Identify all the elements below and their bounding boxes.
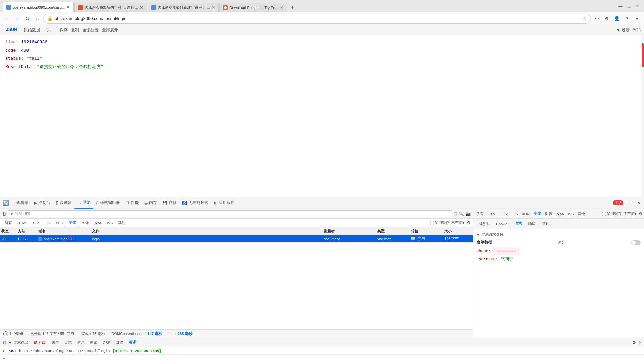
devtools-tab-accessibility[interactable]: ♿ 无障碍环境 xyxy=(179,197,211,209)
right-type-xhr[interactable]: XHR xyxy=(520,209,531,219)
network-filter-input-container[interactable]: ▼ 过滤 URL xyxy=(8,210,452,217)
network-clear-icon[interactable]: 🗑 xyxy=(2,211,6,216)
console-filter-output[interactable]: ▼ 过滤输出 xyxy=(8,340,28,345)
json-copy-button[interactable]: 复制 xyxy=(71,27,79,33)
devtools-reload-btn[interactable]: 🔄 xyxy=(1,199,10,207)
subtab-cookie[interactable]: Cookie xyxy=(493,219,511,229)
right-throttle[interactable]: 不节流▾ xyxy=(624,211,637,216)
window-maximize[interactable]: □ xyxy=(626,3,632,9)
tab-2-close[interactable]: ✕ xyxy=(140,5,143,10)
right-type-other[interactable]: 其他 xyxy=(576,209,587,219)
right-type-font[interactable]: 字体 xyxy=(532,209,543,219)
console-tab-css[interactable]: CSS xyxy=(100,338,113,347)
devtools-tab-storage[interactable]: 💾 存储 xyxy=(160,197,179,209)
window-close[interactable]: ✕ xyxy=(634,3,641,9)
reload-button[interactable]: ↻ xyxy=(23,14,32,23)
console-close-icon[interactable]: ✕ xyxy=(638,340,642,345)
json-tab-headers[interactable]: 头 xyxy=(43,26,54,34)
subtab-request[interactable]: 请求 xyxy=(511,219,525,229)
json-expand-all-button[interactable]: 全部展开 xyxy=(102,27,118,33)
right-type-image[interactable]: 图像 xyxy=(543,209,554,219)
sync-button[interactable]: ⊕ xyxy=(602,14,611,23)
json-tab-json[interactable]: JSON xyxy=(3,26,20,34)
disable-cache-checkbox[interactable]: 禁用缓存 xyxy=(430,220,449,225)
console-tab-xhr[interactable]: XHR xyxy=(113,338,126,347)
toggle-track[interactable] xyxy=(631,240,641,245)
console-row-expand[interactable]: ▶ xyxy=(3,349,5,353)
filter-type-html[interactable]: HTML xyxy=(15,220,30,226)
right-disable-cache[interactable]: 禁用缓存 xyxy=(602,211,622,216)
console-tab-debug[interactable]: 调试 xyxy=(87,338,100,347)
disable-cache-input[interactable] xyxy=(430,221,434,225)
devtools-tab-performance[interactable]: ⏱ 性能 xyxy=(123,197,142,209)
back-button[interactable]: ← xyxy=(3,14,11,23)
raw-toggle[interactable]: 原始 xyxy=(558,240,566,245)
devtools-tab-console[interactable]: ▶ 控制台 xyxy=(31,197,53,209)
filter-type-image[interactable]: 图像 xyxy=(79,220,92,226)
console-tab-info[interactable]: 信息 xyxy=(74,338,87,347)
subtab-timing[interactable]: 耗时 xyxy=(539,219,553,229)
console-tab-requests[interactable]: 请求 xyxy=(126,338,139,347)
devtools-tab-application[interactable]: ⊞ 应用程序 xyxy=(211,197,237,209)
filter-type-xhr[interactable]: XHR xyxy=(53,220,66,226)
window-minimize[interactable]: — xyxy=(616,3,624,9)
right-type-css[interactable]: CSS xyxy=(500,209,512,219)
right-type-all[interactable]: 所有 xyxy=(474,209,486,219)
home-button[interactable]: ⌂ xyxy=(33,14,42,23)
filter-type-js[interactable]: JS xyxy=(43,220,53,226)
json-save-button[interactable]: 保存 xyxy=(60,27,68,33)
network-row-0[interactable]: 200 POST obs.exam.blog809... login docum… xyxy=(0,235,473,243)
new-tab-button[interactable]: + xyxy=(288,3,298,12)
devtools-tab-style[interactable]: {} 样式编辑器 xyxy=(93,197,123,209)
right-cache-input[interactable] xyxy=(602,212,606,216)
devtools-menu-icon[interactable]: ⋯ xyxy=(631,200,635,205)
devtools-tab-debugger[interactable]: {} 调试器 xyxy=(53,197,74,209)
address-star-icon[interactable]: ☆ xyxy=(583,16,587,21)
extensions-button[interactable]: ≡ xyxy=(633,14,641,23)
tab-3-close[interactable]: ✕ xyxy=(211,5,215,10)
filter-type-ws[interactable]: WS xyxy=(104,220,116,226)
console-tab-logs[interactable]: 日志 xyxy=(62,338,74,347)
devtools-tab-network[interactable]: ↑↓ 网络 xyxy=(74,197,93,209)
throttle-dropdown[interactable]: 不节流▾ xyxy=(451,220,465,225)
tab-1-close[interactable]: ✕ xyxy=(66,5,70,10)
devtools-tab-inspector[interactable]: □ 查看器 xyxy=(10,197,31,209)
help-button[interactable]: ? xyxy=(623,14,631,23)
filter-type-media[interactable]: 媒体 xyxy=(92,220,104,226)
subtab-headers[interactable]: 消息头 xyxy=(475,219,493,229)
devtools-close-icon[interactable]: ✕ xyxy=(637,200,641,205)
filter-type-font[interactable]: 字体 xyxy=(66,219,79,226)
filter-type-all[interactable]: 所有 xyxy=(2,220,15,226)
network-split-icon[interactable]: ⊟ xyxy=(453,211,457,216)
devtools-tab-memory[interactable]: ◎ 内存 xyxy=(142,197,160,209)
network-search-icon[interactable]: 🔍 xyxy=(459,211,464,216)
tab-3[interactable]: 火狐浏览器如何新建字符串！-... ✕ xyxy=(148,3,219,12)
right-settings-icon[interactable]: ⚙ xyxy=(639,211,643,216)
tab-4[interactable]: Download Postman | Try Po... ✕ xyxy=(219,3,287,12)
raw-toggle-switch[interactable] xyxy=(631,240,641,245)
console-trash-icon[interactable]: 🗑 xyxy=(2,340,6,345)
network-camera-icon[interactable]: 📷 xyxy=(465,211,471,216)
forward-button[interactable]: → xyxy=(13,14,21,23)
right-type-ws[interactable]: WS xyxy=(566,209,576,219)
json-filter[interactable]: ▼ 过滤 JSON xyxy=(616,27,641,33)
right-type-media[interactable]: 媒体 xyxy=(554,209,566,219)
json-tab-raw[interactable]: 原始数据 xyxy=(20,26,43,34)
network-settings-icon[interactable]: ⚙ xyxy=(467,220,471,225)
console-tab-warnings[interactable]: 警告 xyxy=(49,338,62,347)
console-settings-icon[interactable]: ⚙ xyxy=(632,340,636,345)
tab-1[interactable]: obs.exam.blog8090.com/casu... ✕ xyxy=(3,2,74,12)
account-button[interactable]: 👤 xyxy=(612,14,621,23)
right-type-html[interactable]: HTML xyxy=(486,209,500,219)
filter-type-css[interactable]: CSS xyxy=(30,220,43,226)
page-scrollbar[interactable] xyxy=(641,35,644,197)
right-type-js[interactable]: JS xyxy=(512,209,520,219)
console-double-arrow[interactable]: » xyxy=(3,356,5,360)
filter-type-other[interactable]: 其他 xyxy=(115,220,128,226)
subtab-response[interactable]: 响应 xyxy=(525,219,539,229)
json-collapse-all-button[interactable]: 全部折叠 xyxy=(83,27,99,33)
console-tab-errors[interactable]: 错误 (1) xyxy=(31,338,49,347)
address-bar[interactable]: 🔒 obs.exam.blog8090.com/casual/login ☆ xyxy=(43,14,591,24)
tab-2[interactable]: 火狐怎么添加新的字段_百度搜... ✕ xyxy=(74,3,147,12)
bookmarks-button[interactable]: ⋯ xyxy=(592,14,601,23)
